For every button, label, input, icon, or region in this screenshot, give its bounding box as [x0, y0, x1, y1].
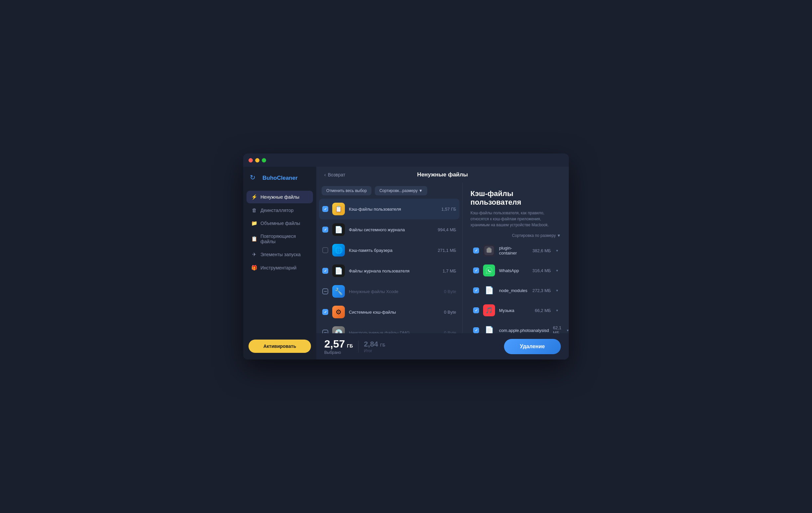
detail-file-size: 62,1 МБ [553, 325, 561, 333]
sidebar-item-duplicate[interactable]: 📋 Повторяющиеся файлы [246, 230, 313, 248]
detail-item[interactable]: ✓ plugin-container 382,6 МБ [470, 241, 561, 260]
main-header: ‹ Возврат Ненужные файлы [316, 167, 569, 183]
checkbox-browser[interactable] [322, 247, 328, 253]
detail-item[interactable]: ✓ 🎵 Музыка 66,2 МБ ▾ [470, 301, 561, 320]
detail-item[interactable]: ✓ 📄 node_modules 272,3 МБ ▾ [470, 281, 561, 300]
checkbox-photo[interactable]: ✓ [473, 327, 479, 333]
file-name: Кэш-файлы пользователя [349, 207, 438, 212]
chevron-down-icon: ▾ [556, 249, 558, 253]
list-item[interactable]: 💿 Неиспользуемые файлы DMG 0 Byte [319, 322, 460, 333]
plugin-container-icon [483, 245, 495, 256]
detail-item[interactable]: ✓ 📄 com.apple.photoanalysisd 62,1 МБ ▾ [470, 321, 561, 333]
back-chevron-icon: ‹ [324, 172, 326, 177]
checkbox-userlog[interactable]: ✓ [322, 268, 328, 274]
total-size-wrap: 2,84 ГБ [364, 340, 385, 348]
right-panel: Кэш-файлы пользователя Кэш-файлы пользов… [462, 183, 569, 333]
userlog-icon: 📄 [332, 264, 345, 277]
file-name: Неиспользуемые файлы DMG [349, 330, 440, 334]
check-icon: ✓ [324, 269, 327, 273]
dmg-icon: 💿 [332, 326, 345, 333]
selected-size-wrap: 2,57 ГБ [324, 338, 353, 350]
main-content: ‹ Возврат Ненужные файлы Отменить весь в… [316, 167, 569, 360]
delete-button[interactable]: Удаление [504, 339, 561, 354]
check-icon: ✓ [475, 268, 478, 273]
minimize-button[interactable] [255, 158, 259, 163]
list-item[interactable]: 🌐 Кэш-память браузера 271,1 МБ [319, 240, 460, 260]
file-info: Файлы системного журнала [349, 227, 434, 232]
file-size: 1,7 МБ [442, 268, 456, 274]
list-item[interactable]: 🔧 Ненужные файлы Xcode 0 Byte [319, 281, 460, 302]
detail-sort-label[interactable]: Сортировка по размеру ▼ [470, 233, 561, 238]
sort-button[interactable]: Сортировк...размеру ▼ [375, 186, 427, 195]
list-item[interactable]: ✓ 📄 Файлы журнала пользователя 1,7 МБ [319, 260, 460, 281]
whatsapp-icon [483, 264, 495, 277]
detail-list: ✓ plugin-container 382,6 МБ [470, 241, 561, 333]
junk-icon: ⚡ [251, 194, 257, 200]
file-info: Кэш-файлы пользователя [349, 207, 438, 212]
photoanalysisd-icon: 📄 [483, 324, 495, 333]
detail-file-size: 66,2 МБ [535, 308, 551, 313]
indeterminate-icon [324, 332, 327, 333]
sidebar-item-uninstall[interactable]: 🗑 Деинсталлятор [246, 204, 313, 216]
titlebar [243, 153, 569, 167]
sidebar-item-label-duplicate: Повторяющиеся файлы [260, 234, 308, 244]
chevron-down-icon: ▾ [556, 288, 558, 293]
checkbox-dmg[interactable] [322, 330, 328, 333]
sidebar-item-startup[interactable]: ✈ Элементы запуска [246, 248, 313, 261]
svg-text:📋: 📋 [335, 205, 343, 212]
xcode-icon: 🔧 [332, 285, 345, 298]
checkbox-node[interactable]: ✓ [473, 287, 479, 293]
file-size: 0 Byte [444, 310, 456, 315]
traffic-lights [249, 158, 266, 163]
page-title: Ненужные файлы [417, 171, 468, 178]
file-info: Ненужные файлы Xcode [349, 289, 440, 294]
sidebar-item-large[interactable]: 📁 Объемные файлы [246, 217, 313, 230]
file-name: Кэш-память браузера [349, 248, 434, 253]
activate-button[interactable]: Активировать [249, 340, 311, 353]
detail-item[interactable]: ✓ WhatsApp 316,4 МБ ▾ [470, 261, 561, 280]
sidebar-item-label-tools: Инструментарий [260, 265, 296, 270]
sidebar-item-label-junk: Ненужные файлы [260, 194, 299, 200]
divider [358, 341, 358, 352]
detail-file-name: node_modules [499, 288, 528, 293]
main-window: ↻ BuhoCleaner ⚡ Ненужные файлы 🗑 Деинста… [243, 153, 569, 360]
logo-area: ↻ BuhoCleaner [243, 173, 316, 191]
fullscreen-button[interactable] [262, 158, 266, 163]
file-name: Системные кэш-файлы [349, 310, 440, 315]
check-icon: ✓ [324, 228, 327, 232]
check-icon: ✓ [475, 288, 478, 293]
checkbox-cache-user[interactable]: ✓ [322, 206, 328, 212]
svg-rect-3 [487, 249, 491, 253]
close-button[interactable] [249, 158, 253, 163]
sidebar-item-label-uninstall: Деинсталлятор [260, 208, 294, 213]
file-size: 0 Byte [444, 330, 456, 334]
check-icon: ✓ [475, 328, 478, 333]
node-modules-icon: 📄 [483, 284, 495, 296]
detail-file-size: 272,3 МБ [532, 288, 551, 293]
deselect-all-button[interactable]: Отменить весь выбор [322, 186, 372, 195]
checkbox-plugin[interactable]: ✓ [473, 248, 479, 254]
sidebar-item-tools[interactable]: 🎁 Инструментарий [246, 261, 313, 274]
list-item[interactable]: ✓ ⚙ Системные кэш-файлы 0 Byte [319, 302, 460, 322]
detail-file-size: 382,6 МБ [532, 248, 551, 253]
file-size: 994,4 МБ [438, 227, 456, 232]
svg-rect-4 [488, 248, 490, 249]
detail-file-name: Музыка [499, 308, 531, 313]
detail-description: Кэш-файлы пользователя, как правило, отн… [470, 210, 561, 228]
checkbox-xcode[interactable] [322, 288, 328, 294]
checkbox-music[interactable]: ✓ [473, 307, 479, 313]
content-area: Отменить весь выбор Сортировк...размеру … [316, 183, 569, 333]
sidebar-item-junk[interactable]: ⚡ Ненужные файлы [246, 191, 313, 203]
file-size: 271,1 МБ [438, 248, 456, 253]
checkbox-syscache[interactable]: ✓ [322, 309, 328, 315]
detail-file-name: WhatsApp [499, 268, 528, 273]
back-button[interactable]: ‹ Возврат [324, 172, 345, 177]
selected-size-area: 2,57 ГБ Выбрано [324, 338, 353, 355]
chevron-down-icon: ▾ [567, 328, 569, 333]
detail-file-size: 316,4 МБ [532, 268, 551, 273]
list-item[interactable]: ✓ 📄 Файлы системного журнала 994,4 МБ [319, 219, 460, 240]
list-item[interactable]: ✓ 📋 Кэш-файлы пользователя 1,57 ГБ [319, 199, 460, 219]
checkbox-syslog[interactable]: ✓ [322, 227, 328, 233]
file-info: Файлы журнала пользователя [349, 268, 439, 274]
checkbox-whatsapp[interactable]: ✓ [473, 267, 479, 274]
